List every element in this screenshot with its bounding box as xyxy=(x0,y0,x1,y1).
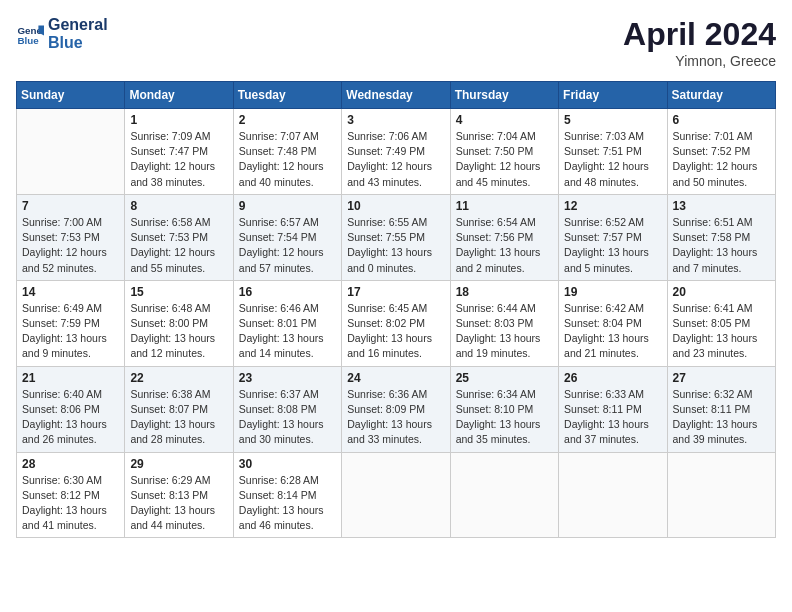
day-number: 21 xyxy=(22,371,119,385)
calendar-cell: 18Sunrise: 6:44 AM Sunset: 8:03 PM Dayli… xyxy=(450,280,558,366)
calendar-cell: 11Sunrise: 6:54 AM Sunset: 7:56 PM Dayli… xyxy=(450,194,558,280)
day-of-week-header: Friday xyxy=(559,82,667,109)
day-info: Sunrise: 7:09 AM Sunset: 7:47 PM Dayligh… xyxy=(130,129,227,190)
calendar-cell: 14Sunrise: 6:49 AM Sunset: 7:59 PM Dayli… xyxy=(17,280,125,366)
day-info: Sunrise: 6:52 AM Sunset: 7:57 PM Dayligh… xyxy=(564,215,661,276)
calendar-cell: 23Sunrise: 6:37 AM Sunset: 8:08 PM Dayli… xyxy=(233,366,341,452)
calendar-cell: 1Sunrise: 7:09 AM Sunset: 7:47 PM Daylig… xyxy=(125,109,233,195)
day-number: 5 xyxy=(564,113,661,127)
day-info: Sunrise: 6:33 AM Sunset: 8:11 PM Dayligh… xyxy=(564,387,661,448)
day-info: Sunrise: 6:41 AM Sunset: 8:05 PM Dayligh… xyxy=(673,301,770,362)
title-block: April 2024 Yimnon, Greece xyxy=(623,16,776,69)
day-number: 11 xyxy=(456,199,553,213)
day-info: Sunrise: 6:38 AM Sunset: 8:07 PM Dayligh… xyxy=(130,387,227,448)
day-number: 6 xyxy=(673,113,770,127)
day-info: Sunrise: 6:46 AM Sunset: 8:01 PM Dayligh… xyxy=(239,301,336,362)
day-number: 25 xyxy=(456,371,553,385)
day-info: Sunrise: 7:03 AM Sunset: 7:51 PM Dayligh… xyxy=(564,129,661,190)
day-info: Sunrise: 6:36 AM Sunset: 8:09 PM Dayligh… xyxy=(347,387,444,448)
day-number: 1 xyxy=(130,113,227,127)
day-info: Sunrise: 6:29 AM Sunset: 8:13 PM Dayligh… xyxy=(130,473,227,534)
calendar-cell: 20Sunrise: 6:41 AM Sunset: 8:05 PM Dayli… xyxy=(667,280,775,366)
calendar-header-row: SundayMondayTuesdayWednesdayThursdayFrid… xyxy=(17,82,776,109)
calendar-cell xyxy=(342,452,450,538)
svg-text:Blue: Blue xyxy=(17,34,39,45)
day-number: 20 xyxy=(673,285,770,299)
day-number: 24 xyxy=(347,371,444,385)
calendar-cell: 4Sunrise: 7:04 AM Sunset: 7:50 PM Daylig… xyxy=(450,109,558,195)
calendar-cell xyxy=(559,452,667,538)
calendar-cell: 9Sunrise: 6:57 AM Sunset: 7:54 PM Daylig… xyxy=(233,194,341,280)
calendar-cell: 6Sunrise: 7:01 AM Sunset: 7:52 PM Daylig… xyxy=(667,109,775,195)
day-number: 18 xyxy=(456,285,553,299)
day-info: Sunrise: 6:55 AM Sunset: 7:55 PM Dayligh… xyxy=(347,215,444,276)
calendar-week-row: 1Sunrise: 7:09 AM Sunset: 7:47 PM Daylig… xyxy=(17,109,776,195)
calendar-cell: 17Sunrise: 6:45 AM Sunset: 8:02 PM Dayli… xyxy=(342,280,450,366)
day-number: 23 xyxy=(239,371,336,385)
day-info: Sunrise: 6:57 AM Sunset: 7:54 PM Dayligh… xyxy=(239,215,336,276)
calendar-cell: 30Sunrise: 6:28 AM Sunset: 8:14 PM Dayli… xyxy=(233,452,341,538)
day-number: 3 xyxy=(347,113,444,127)
calendar-cell: 13Sunrise: 6:51 AM Sunset: 7:58 PM Dayli… xyxy=(667,194,775,280)
day-info: Sunrise: 6:42 AM Sunset: 8:04 PM Dayligh… xyxy=(564,301,661,362)
day-number: 13 xyxy=(673,199,770,213)
calendar-cell xyxy=(667,452,775,538)
day-info: Sunrise: 6:51 AM Sunset: 7:58 PM Dayligh… xyxy=(673,215,770,276)
calendar-cell: 27Sunrise: 6:32 AM Sunset: 8:11 PM Dayli… xyxy=(667,366,775,452)
day-info: Sunrise: 7:06 AM Sunset: 7:49 PM Dayligh… xyxy=(347,129,444,190)
day-info: Sunrise: 6:54 AM Sunset: 7:56 PM Dayligh… xyxy=(456,215,553,276)
day-info: Sunrise: 7:00 AM Sunset: 7:53 PM Dayligh… xyxy=(22,215,119,276)
calendar-cell: 21Sunrise: 6:40 AM Sunset: 8:06 PM Dayli… xyxy=(17,366,125,452)
calendar-cell: 24Sunrise: 6:36 AM Sunset: 8:09 PM Dayli… xyxy=(342,366,450,452)
calendar-cell: 15Sunrise: 6:48 AM Sunset: 8:00 PM Dayli… xyxy=(125,280,233,366)
day-of-week-header: Saturday xyxy=(667,82,775,109)
day-number: 29 xyxy=(130,457,227,471)
day-info: Sunrise: 6:40 AM Sunset: 8:06 PM Dayligh… xyxy=(22,387,119,448)
calendar-week-row: 7Sunrise: 7:00 AM Sunset: 7:53 PM Daylig… xyxy=(17,194,776,280)
day-number: 22 xyxy=(130,371,227,385)
day-number: 2 xyxy=(239,113,336,127)
calendar-cell: 28Sunrise: 6:30 AM Sunset: 8:12 PM Dayli… xyxy=(17,452,125,538)
calendar-cell: 29Sunrise: 6:29 AM Sunset: 8:13 PM Dayli… xyxy=(125,452,233,538)
calendar-cell: 19Sunrise: 6:42 AM Sunset: 8:04 PM Dayli… xyxy=(559,280,667,366)
logo-blue: Blue xyxy=(48,34,108,52)
day-info: Sunrise: 7:01 AM Sunset: 7:52 PM Dayligh… xyxy=(673,129,770,190)
day-info: Sunrise: 7:07 AM Sunset: 7:48 PM Dayligh… xyxy=(239,129,336,190)
calendar-week-row: 14Sunrise: 6:49 AM Sunset: 7:59 PM Dayli… xyxy=(17,280,776,366)
calendar-cell: 22Sunrise: 6:38 AM Sunset: 8:07 PM Dayli… xyxy=(125,366,233,452)
calendar-cell xyxy=(17,109,125,195)
calendar-cell: 12Sunrise: 6:52 AM Sunset: 7:57 PM Dayli… xyxy=(559,194,667,280)
day-number: 17 xyxy=(347,285,444,299)
day-number: 9 xyxy=(239,199,336,213)
day-number: 14 xyxy=(22,285,119,299)
day-of-week-header: Wednesday xyxy=(342,82,450,109)
calendar-cell: 2Sunrise: 7:07 AM Sunset: 7:48 PM Daylig… xyxy=(233,109,341,195)
calendar-cell: 25Sunrise: 6:34 AM Sunset: 8:10 PM Dayli… xyxy=(450,366,558,452)
calendar-cell: 3Sunrise: 7:06 AM Sunset: 7:49 PM Daylig… xyxy=(342,109,450,195)
logo-general: General xyxy=(48,16,108,34)
page-header: General Blue General Blue April 2024 Yim… xyxy=(16,16,776,69)
day-info: Sunrise: 6:48 AM Sunset: 8:00 PM Dayligh… xyxy=(130,301,227,362)
calendar-cell: 5Sunrise: 7:03 AM Sunset: 7:51 PM Daylig… xyxy=(559,109,667,195)
day-info: Sunrise: 6:58 AM Sunset: 7:53 PM Dayligh… xyxy=(130,215,227,276)
day-info: Sunrise: 6:32 AM Sunset: 8:11 PM Dayligh… xyxy=(673,387,770,448)
month-title: April 2024 xyxy=(623,16,776,53)
day-number: 8 xyxy=(130,199,227,213)
day-info: Sunrise: 6:30 AM Sunset: 8:12 PM Dayligh… xyxy=(22,473,119,534)
day-number: 27 xyxy=(673,371,770,385)
day-info: Sunrise: 7:04 AM Sunset: 7:50 PM Dayligh… xyxy=(456,129,553,190)
calendar-cell xyxy=(450,452,558,538)
day-number: 28 xyxy=(22,457,119,471)
day-number: 10 xyxy=(347,199,444,213)
day-info: Sunrise: 6:28 AM Sunset: 8:14 PM Dayligh… xyxy=(239,473,336,534)
location: Yimnon, Greece xyxy=(623,53,776,69)
day-info: Sunrise: 6:49 AM Sunset: 7:59 PM Dayligh… xyxy=(22,301,119,362)
day-number: 19 xyxy=(564,285,661,299)
logo: General Blue General Blue xyxy=(16,16,108,51)
day-of-week-header: Thursday xyxy=(450,82,558,109)
logo-icon: General Blue xyxy=(16,20,44,48)
day-info: Sunrise: 6:45 AM Sunset: 8:02 PM Dayligh… xyxy=(347,301,444,362)
day-number: 7 xyxy=(22,199,119,213)
day-of-week-header: Monday xyxy=(125,82,233,109)
calendar-cell: 26Sunrise: 6:33 AM Sunset: 8:11 PM Dayli… xyxy=(559,366,667,452)
